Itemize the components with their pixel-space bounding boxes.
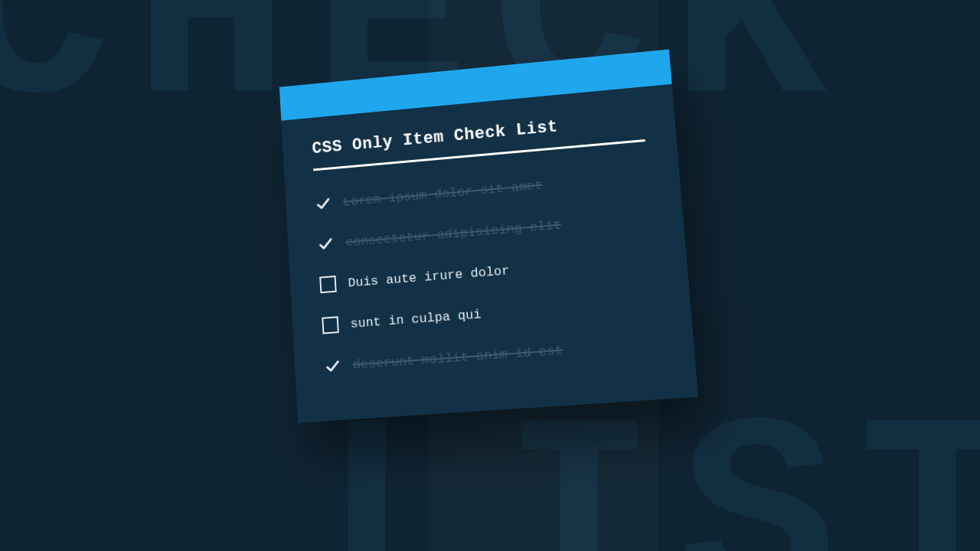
item-label: sunt in culpa qui (350, 307, 482, 331)
checkmark-icon[interactable] (317, 235, 334, 253)
item-label: consectetur adipisicing elit (345, 217, 562, 249)
checkmark-icon[interactable] (324, 357, 341, 375)
item-label: Lorem ipsum dolor sit amet (343, 178, 543, 209)
item-label: Duis aute irure dolor (348, 263, 510, 290)
checkbox-icon[interactable] (319, 276, 336, 293)
checkmark-icon[interactable] (315, 195, 332, 213)
stage: CSS Only Item Check List Lorem ipsum dol… (0, 0, 980, 551)
card-body: CSS Only Item Check List Lorem ipsum dol… (281, 84, 698, 423)
checklist: Lorem ipsum dolor sit amet consectetur a… (314, 155, 663, 387)
checkbox-icon[interactable] (322, 316, 339, 334)
checklist-card: CSS Only Item Check List Lorem ipsum dol… (279, 49, 698, 422)
item-label: deserunt mollit anim id est (352, 343, 563, 372)
